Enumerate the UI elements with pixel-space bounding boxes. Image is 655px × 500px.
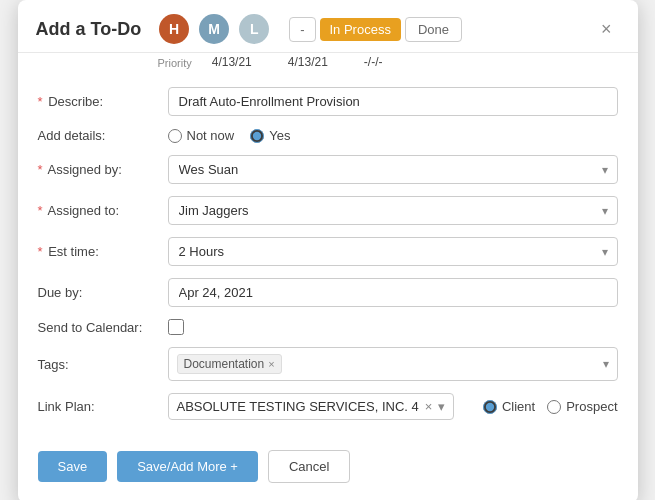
- modal-header: Add a To-Do H M L - In Process Done ×: [18, 0, 638, 53]
- due-by-label: Due by:: [38, 285, 168, 300]
- assigned-by-row: * Assigned by: Wes Suan ▾: [38, 155, 618, 184]
- est-time-label: * Est time:: [38, 244, 168, 259]
- save-add-more-button[interactable]: Save/Add More +: [117, 451, 258, 482]
- send-to-calendar-checkbox[interactable]: [168, 319, 184, 335]
- tags-dropdown-icon[interactable]: ▾: [603, 357, 609, 371]
- save-button[interactable]: Save: [38, 451, 108, 482]
- add-details-radio-group: Not now Yes: [168, 128, 291, 143]
- add-details-label: Add details:: [38, 128, 168, 143]
- send-to-calendar-row: Send to Calendar:: [38, 319, 618, 335]
- yes-label[interactable]: Yes: [250, 128, 290, 143]
- priority-badge-h[interactable]: H: [159, 14, 189, 44]
- link-plan-value: ABSOLUTE TESTING SERVICES, INC. 4: [177, 399, 419, 414]
- dates-section: 4/13/21 4/13/21 -/-/-: [212, 55, 383, 69]
- assigned-by-label: * Assigned by:: [38, 162, 168, 177]
- assigned-by-select-wrapper: Wes Suan ▾: [168, 155, 618, 184]
- status-dash-button[interactable]: -: [289, 17, 315, 42]
- est-time-row: * Est time: 2 Hours ▾: [38, 237, 618, 266]
- client-prospect-group: Client Prospect: [483, 399, 618, 414]
- describe-input[interactable]: [168, 87, 618, 116]
- assigned-to-select-wrapper: Jim Jaggers ▾: [168, 196, 618, 225]
- close-button[interactable]: ×: [593, 15, 620, 44]
- header-meta: Priority 4/13/21 4/13/21 -/-/-: [18, 53, 638, 77]
- date-col-1: 4/13/21: [212, 55, 252, 69]
- add-details-row: Add details: Not now Yes: [38, 128, 618, 143]
- yes-radio[interactable]: [250, 129, 264, 143]
- link-plan-label: Link Plan:: [38, 399, 168, 414]
- required-star: *: [38, 94, 43, 109]
- tag-close-icon[interactable]: ×: [268, 358, 274, 370]
- date-col-2: 4/13/21: [288, 55, 328, 69]
- not-now-text: Not now: [187, 128, 235, 143]
- client-radio[interactable]: [483, 400, 497, 414]
- priority-section: Priority: [158, 57, 192, 69]
- tag-item-documentation: Documentation ×: [177, 354, 282, 374]
- date-value-2: 4/13/21: [288, 55, 328, 69]
- client-text: Client: [502, 399, 535, 414]
- describe-row: * Describe:: [38, 87, 618, 116]
- form-body: * Describe: Add details: Not now Yes: [18, 77, 638, 444]
- est-time-select-wrapper: 2 Hours ▾: [168, 237, 618, 266]
- tag-text: Documentation: [184, 357, 265, 371]
- link-plan-dropdown-icon[interactable]: ▾: [438, 399, 445, 414]
- send-to-calendar-label: Send to Calendar:: [38, 320, 168, 335]
- cancel-button[interactable]: Cancel: [268, 450, 350, 483]
- link-plan-clear-icon[interactable]: ×: [425, 399, 433, 414]
- yes-text: Yes: [269, 128, 290, 143]
- tags-wrapper[interactable]: Documentation × ▾: [168, 347, 618, 381]
- client-label[interactable]: Client: [483, 399, 535, 414]
- not-now-radio[interactable]: [168, 129, 182, 143]
- assigned-to-label: * Assigned to:: [38, 203, 168, 218]
- prospect-text: Prospect: [566, 399, 617, 414]
- add-todo-modal: Add a To-Do H M L - In Process Done × Pr…: [18, 0, 638, 500]
- due-by-input[interactable]: [168, 278, 618, 307]
- prospect-label[interactable]: Prospect: [547, 399, 617, 414]
- due-by-row: Due by:: [38, 278, 618, 307]
- not-now-label[interactable]: Not now: [168, 128, 235, 143]
- priority-label: Priority: [158, 57, 192, 69]
- assigned-by-select[interactable]: Wes Suan: [168, 155, 618, 184]
- tags-row: Tags: Documentation × ▾: [38, 347, 618, 381]
- status-buttons: - In Process Done: [289, 17, 462, 42]
- priority-badge-l[interactable]: L: [239, 14, 269, 44]
- est-time-select[interactable]: 2 Hours: [168, 237, 618, 266]
- assigned-to-row: * Assigned to: Jim Jaggers ▾: [38, 196, 618, 225]
- describe-label: * Describe:: [38, 94, 168, 109]
- link-plan-row: Link Plan: ABSOLUTE TESTING SERVICES, IN…: [38, 393, 618, 420]
- modal-title: Add a To-Do: [36, 19, 142, 40]
- date-value-1: 4/13/21: [212, 55, 252, 69]
- link-plan-input-wrapper: ABSOLUTE TESTING SERVICES, INC. 4 × ▾: [168, 393, 455, 420]
- status-inprocess-button[interactable]: In Process: [320, 18, 401, 41]
- priority-badge-m[interactable]: M: [199, 14, 229, 44]
- status-done-button[interactable]: Done: [405, 17, 462, 42]
- assigned-to-select[interactable]: Jim Jaggers: [168, 196, 618, 225]
- prospect-radio[interactable]: [547, 400, 561, 414]
- footer-buttons: Save Save/Add More + Cancel: [18, 444, 638, 483]
- date-col-3: -/-/-: [364, 55, 383, 69]
- date-value-3: -/-/-: [364, 55, 383, 69]
- tags-label: Tags:: [38, 357, 168, 372]
